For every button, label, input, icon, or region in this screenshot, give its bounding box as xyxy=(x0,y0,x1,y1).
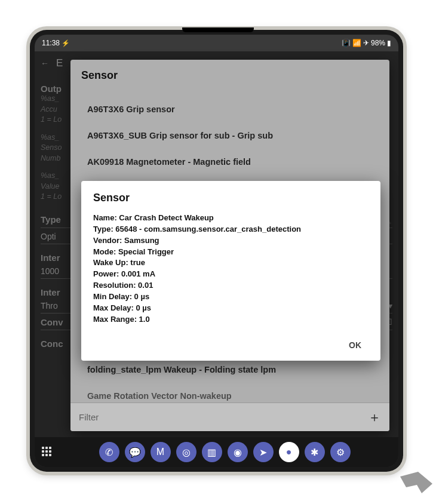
filter-input[interactable] xyxy=(79,412,368,422)
dock-bar: ✆ 💬 M ◎ ▥ ◉ ➤ ● ✱ ⚙ xyxy=(58,442,391,462)
screen: 11:38 ⚡ 📳 📶 ✈ 98% ▮ ← E Outp %as_Accu1 =… xyxy=(35,35,398,467)
filter-row: ＋ xyxy=(70,402,389,431)
sensor-detail-dialog: Sensor Name: Car Crash Detect Wakeup Typ… xyxy=(81,181,380,361)
ok-button[interactable]: OK xyxy=(342,336,369,355)
dialog-field-max-range: Max Range: 1.0 xyxy=(93,314,369,325)
sensor-list-item[interactable]: A96T3X6_SUB Grip sensor for sub - Grip s… xyxy=(81,122,379,149)
status-right: 📳 📶 ✈ 98% ▮ xyxy=(342,39,391,47)
dialog-field-power: Power: 0.001 mA xyxy=(93,269,369,280)
dialog-title: Sensor xyxy=(93,192,369,204)
dialog-field-min-delay: Min Delay: 0 µs xyxy=(93,291,369,303)
dock-assistant-icon[interactable]: ● xyxy=(279,442,299,462)
dialog-field-max-delay: Max Delay: 0 µs xyxy=(93,303,369,314)
dock-snow-icon[interactable]: ✱ xyxy=(305,442,325,462)
dock-phone-icon[interactable]: ✆ xyxy=(99,442,119,462)
dialog-field-vendor: Vendor: Samsung xyxy=(93,235,369,247)
battery-icon: ▮ xyxy=(387,39,391,47)
bg-title: E xyxy=(56,57,63,69)
dock-browser-icon[interactable]: ◎ xyxy=(176,442,196,462)
sensor-list-item[interactable]: A96T3X6 Grip sensor xyxy=(81,96,379,122)
dialog-field-type: Type: 65648 - com.samsung.sensor.car_cra… xyxy=(93,224,369,235)
vibrate-icon: 📳 xyxy=(342,39,351,47)
status-time: 11:38 ⚡ xyxy=(42,39,70,47)
dock-settings-icon[interactable]: ⚙ xyxy=(330,442,351,462)
charging-icon: ⚡ xyxy=(62,39,70,47)
device-notch xyxy=(182,27,254,32)
nav-bar: ✆ 💬 M ◎ ▥ ◉ ➤ ● ✱ ⚙ xyxy=(35,437,398,467)
dialog-field-name: Name: Car Crash Detect Wakeup xyxy=(93,213,369,224)
sensor-list-title: Sensor xyxy=(81,69,379,82)
back-icon[interactable]: ← xyxy=(41,59,49,68)
dialog-field-resolution: Resolution: 0.01 xyxy=(93,280,369,291)
airplane-icon: ✈ xyxy=(363,39,369,47)
dock-camera-icon[interactable]: ◉ xyxy=(228,442,248,462)
dock-send-icon[interactable]: ➤ xyxy=(253,442,274,462)
watermark-icon xyxy=(400,465,432,499)
wifi-icon: 📶 xyxy=(352,39,361,47)
device-frame: 11:38 ⚡ 📳 📶 ✈ 98% ▮ ← E Outp %as_Accu1 =… xyxy=(30,30,403,472)
battery-text: 98% xyxy=(371,39,385,47)
app-drawer-icon[interactable] xyxy=(42,447,53,457)
sensor-list-item[interactable]: AK09918 Magnetometer - Magnetic field xyxy=(81,149,379,175)
add-icon[interactable]: ＋ xyxy=(368,408,381,426)
dock-notes-icon[interactable]: ▥ xyxy=(202,442,222,462)
dock-mail-icon[interactable]: M xyxy=(151,442,171,462)
dock-chat-icon[interactable]: 💬 xyxy=(125,442,145,462)
dialog-field-wakeup: Wake Up: true xyxy=(93,257,369,269)
dialog-field-mode: Mode: Special Trigger xyxy=(93,247,369,258)
status-bar: 11:38 ⚡ 📳 📶 ✈ 98% ▮ xyxy=(35,35,398,51)
svg-marker-0 xyxy=(400,472,432,493)
